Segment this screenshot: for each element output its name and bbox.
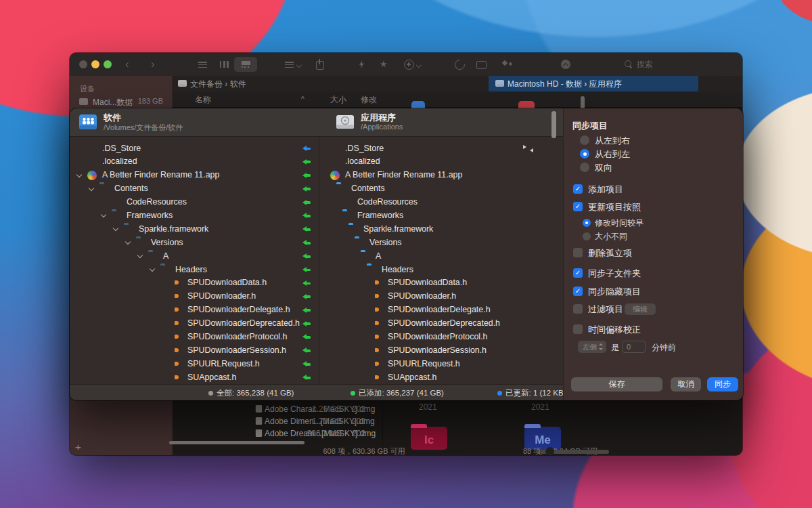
file-row[interactable]: SPUURLRequest.h (319, 357, 563, 371)
search-input[interactable]: 搜索 (637, 59, 653, 70)
gallery-view-icon[interactable] (242, 61, 250, 68)
refresh-icon[interactable] (453, 58, 467, 72)
file-row[interactable]: SPUDownloadData.h (70, 276, 319, 290)
file-row[interactable]: SPUDownloaderDeprecated.h (70, 317, 319, 331)
checkbox-filter-items[interactable] (573, 304, 583, 314)
file-row[interactable]: SPUDownloaderSession.h (319, 343, 563, 357)
save-button[interactable]: 保存 (571, 377, 662, 391)
favorite-icon[interactable]: ★ (380, 60, 388, 69)
group-by-icon[interactable] (285, 62, 294, 68)
file-row[interactable]: Frameworks (70, 209, 319, 222)
radio-label[interactable]: 双向 (595, 162, 612, 174)
file-row[interactable]: SPUDownloaderDeprecated.h (319, 317, 563, 331)
minutes-input[interactable]: 0 (622, 341, 646, 353)
disclosure-chevron-icon[interactable] (101, 213, 106, 218)
side-select[interactable]: 左侧 (578, 341, 606, 353)
scrollbar-thumb[interactable] (545, 447, 554, 455)
radio-label[interactable]: 修改时间较早 (595, 217, 644, 229)
quick-action-icon[interactable] (359, 60, 364, 68)
disclosure-chevron-icon[interactable] (137, 253, 143, 259)
radio-left-to-right[interactable] (580, 135, 589, 145)
checkbox-delete-orphans[interactable] (573, 248, 583, 257)
file-row[interactable]: A (319, 249, 563, 263)
cancel-button[interactable]: 取消 (671, 377, 701, 391)
path-left[interactable]: 文件备份 › 软件 (190, 79, 246, 90)
column-size[interactable]: 大小 (330, 94, 346, 106)
disclosure-chevron-icon[interactable] (113, 226, 118, 232)
file-row[interactable]: SPUDownloadData.h (319, 276, 563, 290)
file-row[interactable]: SPUURLRequest.h (70, 357, 319, 371)
disclosure-chevron-icon[interactable] (89, 186, 94, 192)
search-icon[interactable] (625, 60, 631, 67)
radio-bidirectional[interactable] (580, 163, 589, 172)
file-row[interactable]: Headers (70, 263, 319, 276)
minimize-button[interactable] (91, 60, 99, 68)
column-name[interactable]: 名称 (195, 94, 211, 106)
radio-label[interactable]: 从左到右 (595, 135, 630, 147)
horizontal-scrollbar[interactable] (169, 441, 304, 444)
scrollbar-thumb[interactable] (551, 111, 556, 138)
file-row[interactable]: Versions (319, 236, 563, 249)
file-row[interactable]: Sparkle.framework (319, 222, 563, 236)
checkbox-update-items[interactable]: ✓ (573, 202, 583, 211)
edit-filter-button[interactable]: 编辑 (625, 303, 656, 315)
file-row[interactable]: Contents (70, 182, 319, 196)
file-row[interactable]: .localized (319, 155, 563, 169)
checkbox-label[interactable]: 同步隐藏项目 (588, 286, 641, 298)
radio-label[interactable]: 从右到左 (595, 148, 630, 161)
file-row[interactable]: SPUDownloader.h (319, 290, 563, 303)
file-row[interactable]: Contents (319, 182, 563, 196)
file-row[interactable]: CodeResources (319, 196, 563, 209)
sort-indicator[interactable]: ^ (301, 96, 304, 103)
file-row[interactable]: A Better Finder Rename 11.app (70, 169, 319, 182)
back-button[interactable]: ‹ (125, 53, 129, 76)
radio-label[interactable]: 大小不同 (595, 231, 627, 242)
upload-circle-icon[interactable] (561, 60, 570, 69)
file-row[interactable]: A Better Finder Rename 11.app (319, 169, 563, 182)
checkbox-label[interactable]: 更新项目按照 (588, 201, 641, 213)
column-view-icon[interactable] (220, 61, 229, 68)
finder-titlebar[interactable]: ‹ › ★ 搜索 (70, 53, 742, 77)
file-row[interactable]: SUAppcast.h (70, 371, 319, 384)
file-row[interactable]: SPUDownloaderDelegate.h (70, 303, 319, 317)
column-modified[interactable]: 修改 (361, 94, 377, 106)
radio-modified-earlier[interactable] (583, 219, 591, 227)
file-row[interactable]: CodeResources (70, 196, 319, 209)
file-row[interactable]: SUAppcast.h (319, 371, 563, 384)
add-circle-icon[interactable] (404, 60, 414, 70)
checkbox-add-items[interactable]: ✓ (573, 184, 583, 194)
checkbox-sync-hidden[interactable]: ✓ (573, 287, 583, 296)
checkbox-sync-subfolders[interactable]: ✓ (573, 268, 583, 278)
file-row[interactable]: SPUDownloaderSession.h (70, 343, 319, 357)
list-view-icon[interactable] (198, 62, 207, 68)
file-row[interactable]: SPUDownloaderProtocol.h (319, 330, 563, 343)
sidebar-device[interactable]: Maci...数据 (93, 97, 133, 108)
disclosure-chevron-icon[interactable] (150, 267, 155, 272)
checkbox-time-offset[interactable] (573, 324, 583, 334)
radio-size-different[interactable] (583, 232, 591, 240)
preview-icon[interactable] (476, 61, 487, 69)
disclosure-chevron-icon[interactable] (125, 240, 131, 245)
file-row[interactable]: SPUDownloaderDelegate.h (319, 303, 563, 317)
file-row[interactable]: Frameworks (319, 209, 563, 222)
checkbox-label[interactable]: 同步子文件夹 (588, 268, 641, 280)
checkbox-label[interactable]: 添加项目 (588, 184, 623, 196)
file-row[interactable]: Versions (70, 236, 319, 249)
forward-button[interactable]: › (151, 53, 155, 76)
file-row[interactable]: Sparkle.framework (70, 222, 319, 236)
checkbox-label[interactable]: 过滤项目 (588, 303, 623, 316)
file-row[interactable]: .DS_Store (70, 142, 319, 155)
share-icon[interactable] (316, 61, 324, 70)
add-tab-button[interactable]: + (75, 441, 81, 452)
disclosure-chevron-icon[interactable] (76, 173, 82, 178)
file-row[interactable]: A (70, 249, 319, 263)
path-right-selected[interactable]: Macintosh HD - 数据 › 应用程序 (489, 76, 698, 91)
zoom-button[interactable] (104, 60, 112, 68)
checkbox-label[interactable]: 时间偏移校正 (588, 324, 641, 336)
file-row[interactable]: .localized (70, 155, 319, 169)
sparkles-icon[interactable] (502, 60, 508, 66)
file-row[interactable]: SPUDownloaderProtocol.h (70, 330, 319, 343)
checkbox-label[interactable]: 删除孤立项 (588, 247, 632, 259)
file-row[interactable]: SPUDownloader.h (70, 290, 319, 303)
close-button[interactable] (79, 60, 87, 68)
